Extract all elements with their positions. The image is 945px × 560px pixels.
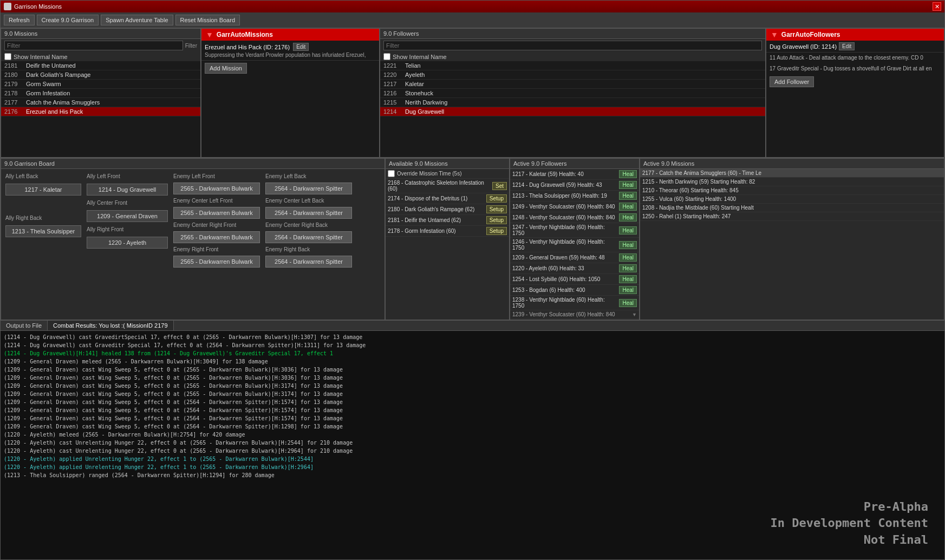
list-item[interactable]: 2174 - Dispose of the Detritus (1) Setup [386, 193, 509, 204]
edit-follower-button[interactable]: Edit [839, 42, 855, 50]
enemy-center-right-back-label: Enemy Center Right Back [265, 222, 352, 228]
output-line: (1209 - General Draven) cast Wing Sweep … [4, 390, 941, 398]
show-internal-name-checkbox[interactable] [4, 53, 11, 60]
list-item: 1247 - Venthyr Nightblade (60) Health: 1… [510, 223, 639, 238]
watermark-line2: In Development Content [771, 516, 928, 530]
create-garrison-button[interactable]: Create 9.0 Garrison [37, 15, 99, 25]
ally-left-back-col: Ally Left Back 1217 - Kaletar Ally Right… [5, 173, 81, 315]
list-item: 1253 - Bogdan (6) Health: 400 Heal [510, 285, 639, 296]
missions-filter-input[interactable] [4, 41, 183, 50]
heal-button[interactable]: Heal [619, 275, 637, 283]
list-item: 1239 - Venthyr Soulcaster (60) Health: 8… [510, 310, 639, 319]
list-item[interactable]: 2177 - Catch the Anima Smugglers (60) - … [640, 169, 944, 178]
list-item-selected[interactable]: 2176Erezuel and His Pack [1, 107, 200, 116]
active-missions-header: Active 9.0 Missions [640, 159, 944, 169]
enemy-left-back-label: Enemy Left Back [265, 173, 352, 179]
enemy-left-back-unit: 2564 - Darkwarren Spitter [265, 183, 352, 194]
window-title: Garrison Missions [14, 3, 933, 10]
add-follower-button[interactable]: Add Follower [770, 76, 814, 87]
setup-button[interactable]: Setup [486, 227, 507, 235]
list-item-selected[interactable]: 1214Dug Gravewell [380, 107, 765, 116]
heal-button[interactable]: Heal [619, 286, 637, 294]
list-item[interactable]: 2180Dark Goliath's Rampage [1, 70, 200, 80]
output-to-file-tab[interactable]: Output to File [1, 321, 48, 330]
followers-checkbox-row: Show Internal Name [380, 52, 765, 61]
add-mission-button[interactable]: Add Mission [205, 63, 247, 74]
spawn-adventure-button[interactable]: Spawn Adventure Table [101, 15, 173, 25]
heal-button[interactable]: Heal [619, 203, 637, 211]
override-label: Override Mission Time (5s) [397, 171, 461, 177]
list-item[interactable]: 1250 - Rahel (1) Starting Health: 247 [640, 212, 944, 221]
heal-button[interactable]: Heal [619, 181, 637, 189]
ally-left-back-unit: 1217 - Kaletar [5, 184, 81, 196]
list-item[interactable]: 1210 - Theorar (60) Starting Health: 845 [640, 186, 944, 195]
setup-button[interactable]: Setup [486, 205, 507, 213]
setup-button[interactable]: Setup [486, 216, 507, 224]
output-area: Output to File Combat Results: You lost … [1, 321, 944, 559]
list-item[interactable]: 1216Stonehuck [380, 89, 765, 98]
heal-button[interactable]: Heal [619, 213, 637, 222]
set-button[interactable]: Set [492, 182, 507, 190]
enemy-back-col: Enemy Left Back 2564 - Darkwarren Spitte… [265, 173, 352, 315]
heal-button[interactable]: Heal [619, 299, 637, 307]
output-line: (1209 - General Draven) meleed (2565 - D… [4, 358, 941, 366]
followers-panel: 9.0 Followers Show Internal Name 1221Tel… [380, 28, 766, 158]
show-follower-internal-checkbox[interactable] [383, 53, 390, 60]
list-item[interactable]: 1215 - Nerith Darkwing (59) Starting Hea… [640, 178, 944, 186]
list-item[interactable]: 1221Telian [380, 61, 765, 70]
list-item[interactable]: 1220Ayeleth [380, 70, 765, 80]
setup-button[interactable]: Setup [486, 194, 507, 203]
list-item[interactable]: 1255 - Vulca (60) Starting Health: 1400 [640, 195, 944, 204]
top-panels: 9.0 Missions Filter Show Internal Name 2… [1, 28, 944, 158]
list-item[interactable]: 2179Gorm Swarm [1, 80, 200, 89]
override-row: Override Mission Time (5s) [386, 169, 509, 179]
heal-button[interactable]: Heal [619, 226, 637, 235]
title-bar: Garrison Missions ✕ [1, 1, 944, 12]
list-item[interactable]: 2177Catch the Anima Smugglers [1, 98, 200, 107]
list-item: 1246 - Venthyr Nightblade (60) Health: 1… [510, 238, 639, 252]
list-item[interactable]: 2181 - Deifir the Untamed (62) Setup [386, 215, 509, 226]
list-item[interactable]: 2168 - Catastrophic Skeleton Infestation… [386, 179, 509, 193]
output-line-teal: (1220 - Ayeleth) applied Unrelenting Hun… [4, 464, 941, 471]
list-item[interactable]: 2178Gorm Infestation [1, 89, 200, 98]
active-missions-list: 2177 - Catch the Anima Smugglers (60) - … [640, 169, 944, 320]
list-item[interactable]: 1217Kaletar [380, 80, 765, 89]
override-checkbox[interactable] [388, 170, 395, 177]
middle-panels: 9.0 Garrison Board Ally Left Back 1217 -… [1, 158, 944, 321]
window-icon [4, 3, 11, 10]
output-line: (1214 - Dug Gravewell) cast Graveditr Sp… [4, 342, 941, 349]
list-item: 1217 - Kaletar (59) Health: 40 Heal [510, 169, 639, 180]
list-item: 1209 - General Draven (59) Health: 48 He… [510, 252, 639, 263]
watermark-line3: Not Final [864, 533, 928, 546]
list-item[interactable]: 1215Nerith Darkwing [380, 98, 765, 107]
close-button[interactable]: ✕ [933, 2, 941, 11]
combat-results-tab[interactable]: Combat Results: You lost :( MissionID 21… [48, 321, 174, 330]
ally-left-front-label: Ally Left Front [87, 173, 168, 179]
available-missions-list: 2168 - Catastrophic Skeleton Infestation… [386, 179, 509, 320]
heal-button[interactable]: Heal [619, 170, 637, 178]
filter-icon: ▼ [206, 30, 213, 39]
list-item[interactable]: 2181Deifir the Untamed [1, 61, 200, 70]
list-item[interactable]: 1208 - Nadjia the Mistblade (60) Startin… [640, 204, 944, 212]
list-item: 1220 - Ayeleth (60) Health: 33 Heal [510, 263, 639, 274]
list-item[interactable]: 2178 - Gorm Infestation (60) Setup [386, 226, 509, 237]
reset-mission-board-button[interactable]: Reset Mission Board [175, 15, 240, 25]
followers-list: 1221Telian 1220Ayeleth 1217Kaletar 1216S… [380, 61, 765, 157]
ally-right-back-label: Ally Right Back [5, 215, 81, 221]
output-line: (1209 - General Draven) cast Wing Sweep … [4, 382, 941, 390]
show-internal-name-label: Show Internal Name [14, 54, 68, 60]
refresh-button[interactable]: Refresh [4, 15, 35, 25]
enemy-center-left-back-label: Enemy Center Left Back [265, 198, 352, 204]
list-item[interactable]: 2180 - Dark Goliath's Rampage (62) Setup [386, 204, 509, 215]
follower-id-label: Dug Gravewell (ID: 1214) [770, 43, 837, 50]
missions-filter-label: Filter [185, 43, 197, 49]
heal-button[interactable]: Heal [619, 253, 637, 262]
autofollowers-panel: ▼ GarrAutoFollowers Dug Gravewell (ID: 1… [766, 28, 944, 158]
heal-button[interactable]: Heal [619, 241, 637, 249]
heal-button[interactable]: Heal [619, 192, 637, 200]
heal-button[interactable]: Heal [619, 264, 637, 272]
active-followers-list: 1217 - Kaletar (59) Health: 40 Heal 1214… [510, 169, 639, 320]
followers-filter-input[interactable] [383, 41, 762, 50]
output-line: (1209 - General Draven) cast Wing Sweep … [4, 374, 941, 382]
edit-mission-button[interactable]: Edit [293, 43, 309, 51]
